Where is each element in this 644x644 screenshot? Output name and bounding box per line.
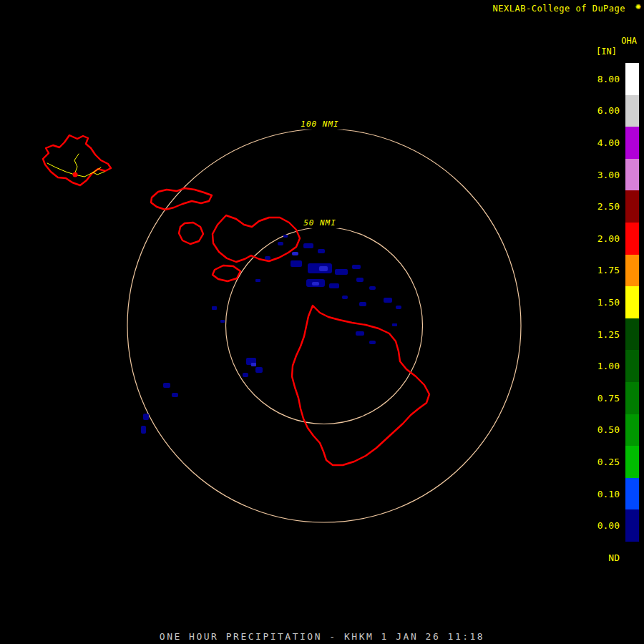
- precip-echo: [392, 323, 397, 326]
- legend-swatch: [625, 223, 639, 255]
- legend-value: 1.50: [597, 297, 620, 308]
- precip-echo: [212, 306, 217, 310]
- precip-echo: [292, 252, 298, 255]
- precip-echo: [251, 363, 256, 366]
- legend-swatch: [625, 542, 639, 574]
- color-scale-legend: 8.00 6.00 4.00 3.00 2.50 2.00 1.75 1.50 …: [597, 63, 639, 574]
- precip-echo: [319, 266, 328, 271]
- legend-value: ND: [608, 552, 620, 563]
- precip-echo: [356, 331, 364, 336]
- legend-row: 8.00: [597, 63, 639, 95]
- precip-echo: [143, 414, 149, 420]
- legend-swatch: [625, 382, 639, 414]
- legend-row: 1.75: [597, 255, 639, 287]
- island-molokai-outline: [151, 188, 212, 210]
- precip-echo: [265, 256, 270, 260]
- precip-echo: [335, 269, 348, 275]
- station-label: OHA: [621, 36, 637, 46]
- legend-value: 0.10: [597, 489, 620, 499]
- radar-screen: 100 NMI 50 NMI NEXLAB-College of DuPage …: [0, 0, 644, 644]
- precip-echo: [396, 306, 401, 309]
- legend-swatch: [625, 414, 639, 447]
- legend-swatch: [625, 255, 639, 287]
- legend-row: 0.50: [597, 414, 639, 447]
- legend-row: 0.75: [597, 382, 639, 414]
- precip-echo: [243, 373, 248, 377]
- island-outlines: [43, 135, 429, 465]
- oahu-road-line: [74, 154, 79, 175]
- oahu-urban-marker: [73, 172, 78, 177]
- precip-echo: [255, 279, 260, 282]
- island-hawaii-outline: [292, 306, 429, 465]
- legend-value: 8.00: [597, 74, 620, 84]
- precip-echo: [255, 367, 263, 373]
- precip-echo: [312, 282, 319, 286]
- precip-echo: [291, 260, 302, 267]
- precip-echoes: [141, 235, 401, 434]
- legend-row: 2.50: [597, 190, 639, 223]
- precip-echo: [283, 235, 288, 238]
- legend-value: 1.00: [597, 361, 620, 371]
- brand-text: NEXLAB-College of DuPage: [493, 4, 625, 14]
- legend-value: 2.00: [597, 233, 620, 244]
- radar-map: 100 NMI 50 NMI: [0, 0, 644, 644]
- precip-echo: [369, 341, 376, 344]
- precip-echo: [356, 278, 364, 282]
- legend-swatch: [625, 509, 639, 542]
- legend-row: 0.00: [597, 509, 639, 542]
- legend-value: 1.75: [597, 265, 620, 275]
- legend-swatch: [625, 127, 639, 159]
- cod-logo-icon: ✺: [635, 1, 641, 11]
- legend-row: 0.25: [597, 446, 639, 478]
- legend-row: 1.25: [597, 318, 639, 351]
- legend-row: ND: [597, 542, 639, 574]
- legend-swatch: [625, 286, 639, 318]
- precip-echo: [163, 383, 170, 388]
- units-label: [IN]: [596, 47, 617, 57]
- precip-echo: [318, 249, 325, 253]
- legend-value: 6.00: [597, 105, 620, 116]
- legend-value: 0.00: [597, 520, 620, 531]
- legend-swatch: [625, 350, 639, 382]
- legend-row: 1.50: [597, 286, 639, 318]
- ring-label-100nmi: 100 NMI: [301, 119, 338, 129]
- legend-swatch: [625, 95, 639, 127]
- legend-swatch: [625, 446, 639, 478]
- precip-echo: [329, 283, 339, 288]
- legend-swatch: [625, 159, 639, 191]
- island-kahoolawe-outline: [213, 265, 240, 281]
- legend-row: 3.00: [597, 159, 639, 191]
- precip-echo: [278, 242, 283, 245]
- legend-value: 3.00: [597, 170, 620, 180]
- island-oahu-outline: [43, 135, 111, 185]
- legend-row: 4.00: [597, 127, 639, 159]
- legend-value: 0.25: [597, 457, 620, 467]
- legend-row: 2.00: [597, 223, 639, 255]
- legend-swatch: [625, 190, 639, 223]
- legend-swatch: [625, 478, 639, 510]
- precip-echo: [352, 265, 361, 269]
- legend-swatch: [625, 63, 639, 95]
- legend-swatch: [625, 318, 639, 351]
- precip-echo: [369, 286, 376, 290]
- precip-echo: [172, 393, 178, 397]
- legend-value: 2.50: [597, 201, 620, 212]
- precip-echo: [303, 243, 313, 248]
- precip-echo: [141, 426, 146, 434]
- ring-label-50nmi: 50 NMI: [303, 218, 336, 228]
- precip-echo: [384, 298, 392, 303]
- legend-value: 0.50: [597, 424, 620, 435]
- legend-value: 4.00: [597, 137, 620, 148]
- precip-echo: [342, 296, 348, 299]
- legend-row: 1.00: [597, 350, 639, 382]
- legend-row: 0.10: [597, 478, 639, 510]
- product-title: ONE HOUR PRECIPITATION - KHKM 1 JAN 26 1…: [0, 631, 644, 642]
- island-lanai-outline: [179, 223, 203, 244]
- legend-value: 0.75: [597, 393, 620, 404]
- legend-row: 6.00: [597, 95, 639, 127]
- legend-value: 1.25: [597, 329, 620, 340]
- range-ring-labels: 100 NMI 50 NMI: [297, 118, 343, 228]
- precip-echo: [220, 320, 225, 323]
- precip-echo: [359, 302, 366, 306]
